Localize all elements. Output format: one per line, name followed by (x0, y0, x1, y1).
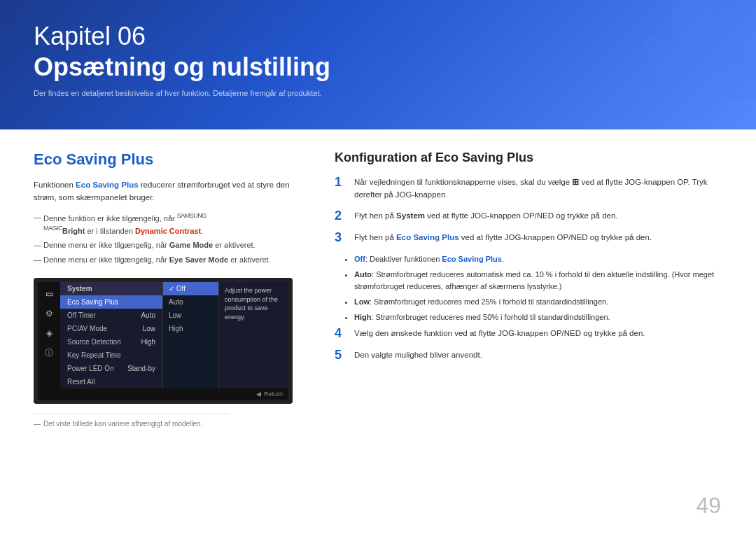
eco-saving-plus-ref: Eco Saving Plus (76, 181, 138, 189)
bullet-list: Off: Deaktiver funktionen Eco Saving Plu… (354, 253, 722, 323)
page-title: Opsætning og nulstilling (34, 52, 722, 82)
menu-header: System (60, 282, 162, 295)
step-3-text: Flyt hen på Eco Saving Plus ved at flytt… (354, 232, 722, 244)
dynamic-contrast-label: Dynamic Contrast (135, 227, 201, 235)
game-mode-label: Game Mode (169, 241, 213, 249)
monitor-description: Adjust the power consumption of the prod… (218, 282, 288, 388)
note3-rest: er aktiveret. (228, 255, 271, 264)
menu-keyrepeat-label: Key Repeat Time (67, 351, 121, 359)
bullet-high: High: Strømforbruget reduceres med 50% i… (354, 311, 722, 323)
bullet-low: Low: Strømforbruget reduceres med 25% i … (354, 296, 722, 308)
monitor-icon-display: ▭ (43, 288, 55, 300)
return-arrow-icon: ◀ (256, 391, 261, 398)
step-2: 2 Flyt hen på System ved at flytte JOG-k… (335, 210, 722, 223)
menu-source-value: High (141, 338, 155, 346)
chapter-label: Kapitel 06 (34, 22, 722, 50)
menu-powerled-value: Stand-by (127, 365, 155, 372)
image-note: Det viste billede kan variere afhængigt … (34, 420, 307, 428)
body-paragraph: Funktionen Eco Saving Plus reducerer str… (34, 178, 307, 204)
note-1: Denne funktion er ikke tilgængelig, når … (34, 211, 307, 237)
menu-item-source: Source Detection High (60, 335, 162, 349)
sub-option-auto: Auto (163, 295, 218, 309)
menu-powerled-label: Power LED On (67, 365, 114, 372)
step-1-number: 1 (335, 175, 347, 190)
main-content: Eco Saving Plus Funktionen Eco Saving Pl… (0, 129, 756, 442)
menu-source-label: Source Detection (67, 338, 121, 346)
monitor-footer: ◀ Return (38, 388, 288, 400)
menu-offtimer-value: Auto (141, 311, 155, 319)
step-4-number: 4 (335, 326, 347, 341)
step-5-number: 5 (335, 348, 347, 363)
menu-item-reset: Reset All (60, 375, 162, 388)
step-5: 5 Den valgte mulighed bliver anvendt. (335, 349, 722, 363)
step-4-text: Vælg den ønskede funktion ved at flytte … (354, 328, 722, 340)
menu-pcav-value: Low (143, 325, 155, 332)
eye-saver-label: Eye Saver Mode (169, 255, 228, 264)
right-column: Konfiguration af Eco Saving Plus 1 Når v… (335, 150, 722, 428)
sub-option-high: High (163, 322, 218, 335)
bullet-off: Off: Deaktiver funktionen Eco Saving Plu… (354, 253, 722, 265)
note1-mid: er i tilstanden (85, 227, 135, 235)
page-number: 49 (696, 493, 721, 519)
step-1: 1 Når vejledningen til funktionsknappern… (335, 176, 722, 202)
sub-options-panel: ✓ Off Auto Low High (162, 282, 218, 388)
page-header: Kapitel 06 Opsætning og nulstilling Der … (0, 0, 756, 129)
note2-pre: Denne menu er ikke tilgængelig, når (43, 241, 169, 249)
step-2-text: Flyt hen på System ved at flytte JOG-kna… (354, 210, 722, 223)
divider (34, 414, 230, 414)
menu-pcav-label: PC/AV Mode (67, 325, 107, 332)
sub-option-low: Low (163, 309, 218, 322)
monitor-menu: System Eco Saving Plus Off Timer Auto PC… (60, 282, 162, 388)
menu-item-eco: Eco Saving Plus (60, 295, 162, 309)
step-4: 4 Vælg den ønskede funktion ved at flytt… (335, 328, 722, 341)
monitor-icon-bar: ▭ ⚙ ◈ ⓘ (38, 282, 60, 388)
note1-dot: . (201, 227, 203, 235)
header-subtitle: Der findes en detaljeret beskrivelse af … (34, 89, 722, 97)
monitor-screen: ▭ ⚙ ◈ ⓘ System Eco Saving Plus Off Timer… (38, 282, 288, 388)
note-2: Denne menu er ikke tilgængelig, når Game… (34, 239, 307, 251)
left-column: Eco Saving Plus Funktionen Eco Saving Pl… (34, 150, 307, 428)
sub-option-off: ✓ Off (163, 282, 218, 295)
note3-pre: Denne menu er ikke tilgængelig, når (43, 255, 169, 264)
magic-bright-label: Bright (62, 227, 85, 235)
step-5-text: Den valgte mulighed bliver anvendt. (354, 349, 722, 362)
menu-item-keyrepeat: Key Repeat Time (60, 349, 162, 362)
monitor-icon-settings: ⚙ (43, 307, 55, 320)
menu-item-pcav: PC/AV Mode Low (60, 322, 162, 335)
monitor-mockup: ▭ ⚙ ◈ ⓘ System Eco Saving Plus Off Timer… (34, 278, 293, 404)
right-section-title: Konfiguration af Eco Saving Plus (335, 150, 722, 165)
menu-eco-label: Eco Saving Plus (67, 298, 118, 306)
menu-reset-label: Reset All (67, 378, 94, 386)
bullet-auto: Auto: Strømforbruget reduceres automatis… (354, 269, 722, 293)
note1-pre: Denne funktion er ikke tilgængelig, når (43, 213, 177, 222)
menu-offtimer-label: Off Timer (67, 311, 96, 319)
step-1-text: Når vejledningen til funktionsknapperne … (354, 176, 722, 202)
menu-item-offtimer: Off Timer Auto (60, 309, 162, 322)
step-2-number: 2 (335, 209, 347, 223)
note2-rest: er aktiveret. (213, 241, 255, 249)
section-title-eco: Eco Saving Plus (34, 150, 307, 169)
menu-item-powerled: Power LED On Stand-by (60, 362, 162, 375)
note-3: Denne menu er ikke tilgængelig, når Eye … (34, 254, 307, 266)
return-label: Return (264, 391, 283, 398)
step-3-number: 3 (335, 230, 347, 245)
check-icon: ✓ (169, 285, 176, 293)
body-text-pre: Funktionen (34, 181, 76, 189)
step-3: 3 Flyt hen på Eco Saving Plus ved at fly… (335, 232, 722, 245)
monitor-icon-info: ⓘ (43, 346, 55, 359)
monitor-icon-gear2: ◈ (43, 327, 55, 339)
